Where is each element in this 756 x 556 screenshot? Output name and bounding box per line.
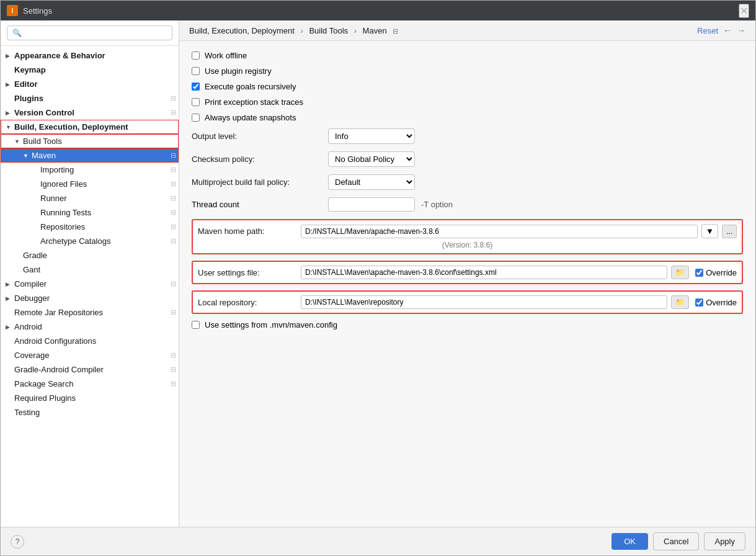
sidebar-item-runner[interactable]: Runner⊟: [1, 191, 179, 205]
sidebar-item-label: Gant: [23, 265, 40, 274]
sidebar-item-testing[interactable]: Testing: [1, 405, 179, 419]
sidebar-item-remote-jar[interactable]: Remote Jar Repositories⊟: [1, 305, 179, 320]
sidebar-item-label: Runner: [40, 194, 67, 203]
nav-forward-button[interactable]: →: [737, 25, 745, 35]
always-update-row: Always update snapshots: [192, 113, 743, 122]
multiproject-select[interactable]: Default Never Always At End Fail At End: [328, 174, 415, 190]
tree-item-arrow: ▶: [6, 53, 14, 59]
sidebar-item-label: Package Search: [14, 379, 73, 388]
user-settings-override-checkbox[interactable]: [695, 269, 703, 277]
main-content: Build, Execution, Deployment › Build Too…: [179, 20, 755, 527]
sidebar-item-label: Version Control: [14, 108, 74, 117]
sidebar-item-android[interactable]: ▶Android: [1, 320, 179, 334]
sidebar-item-gradle-android[interactable]: Gradle-Android Compiler⊟: [1, 362, 179, 377]
sidebar-item-editor[interactable]: ▶Editor: [1, 77, 179, 91]
print-exception-label[interactable]: Print exception stack traces: [205, 97, 303, 107]
sidebar-item-label: Build, Execution, Deployment: [14, 122, 128, 132]
tree-item-arrow: ▼: [6, 124, 14, 130]
breadcrumb-sep-1: ›: [300, 26, 305, 35]
always-update-checkbox[interactable]: [192, 114, 200, 122]
sidebar-item-repositories[interactable]: Repositories⊟: [1, 220, 179, 234]
work-offline-checkbox[interactable]: [192, 52, 200, 60]
local-repo-input[interactable]: [301, 295, 667, 309]
mvn-config-label[interactable]: Use settings from .mvn/maven.config: [205, 320, 337, 330]
sidebar-item-coverage[interactable]: Coverage⊟: [1, 348, 179, 362]
thread-count-input[interactable]: [328, 197, 415, 212]
checksum-policy-control: No Global Policy Fail Warn Ignore: [328, 151, 743, 167]
sidebar-item-label: Coverage: [14, 351, 49, 360]
cancel-button[interactable]: Cancel: [653, 532, 699, 550]
apply-button[interactable]: Apply: [704, 532, 745, 550]
sidebar-item-label: Keymap: [14, 65, 46, 74]
sidebar-item-label: Gradle-Android Compiler: [14, 365, 104, 374]
print-exception-checkbox[interactable]: [192, 98, 200, 106]
window-title: Settings: [23, 6, 52, 16]
local-repo-override-checkbox[interactable]: [695, 298, 703, 307]
local-repo-override-label[interactable]: Override: [706, 298, 737, 307]
reset-button[interactable]: Reset: [697, 26, 718, 35]
local-repo-browse[interactable]: 📁: [671, 295, 689, 309]
sidebar-item-label: Remote Jar Repositories: [14, 308, 103, 317]
output-level-select[interactable]: Info Debug Warn Error: [328, 128, 415, 144]
maven-home-browse[interactable]: ...: [722, 225, 737, 238]
checksum-policy-select[interactable]: No Global Policy Fail Warn Ignore: [328, 151, 415, 167]
sidebar-item-package-search[interactable]: Package Search⊟: [1, 377, 179, 391]
maven-home-dropdown[interactable]: ▼: [701, 224, 718, 238]
local-repo-row: Local repository: 📁 Override: [198, 295, 737, 309]
sidebar-item-label: Android Configurations: [14, 336, 96, 346]
sidebar-item-label: Ignored Files: [40, 179, 87, 189]
breadcrumb-sep-2: ›: [354, 26, 359, 35]
user-settings-row: User settings file: 📁 Override: [198, 266, 737, 279]
mvn-config-checkbox[interactable]: [192, 321, 200, 329]
maven-home-input[interactable]: [301, 225, 698, 238]
breadcrumb-part-2: Build Tools: [309, 26, 348, 35]
sidebar-item-compiler[interactable]: ▶Compiler⊟: [1, 277, 179, 291]
execute-goals-checkbox[interactable]: [192, 83, 200, 91]
sidebar-item-label: Build Tools: [23, 137, 62, 146]
tree-item-arrow: ▼: [23, 153, 32, 159]
settings-icon: ⊟: [171, 151, 176, 159]
always-update-label[interactable]: Always update snapshots: [205, 113, 296, 122]
user-settings-input[interactable]: [301, 266, 667, 279]
help-button[interactable]: ?: [11, 535, 24, 549]
breadcrumb: Build, Execution, Deployment › Build Too…: [189, 26, 398, 35]
sidebar-item-label: Running Tests: [40, 208, 91, 217]
sidebar-item-gradle[interactable]: Gradle: [1, 248, 179, 262]
settings-icon: ⊟: [171, 94, 176, 102]
breadcrumb-part-1: Build, Execution, Deployment: [189, 26, 295, 35]
sidebar-item-android-configs[interactable]: Android Configurations: [1, 334, 179, 348]
execute-goals-label[interactable]: Execute goals recursively: [205, 82, 296, 91]
settings-icon: ⊟: [171, 109, 176, 117]
use-plugin-label[interactable]: Use plugin registry: [205, 66, 272, 76]
nav-back-button[interactable]: ←: [723, 25, 732, 35]
close-button[interactable]: ✕: [739, 4, 749, 18]
sidebar: ▶Appearance & BehaviorKeymap▶EditorPlugi…: [1, 20, 179, 527]
sidebar-item-plugins[interactable]: Plugins⊟: [1, 91, 179, 105]
sidebar-item-required-plugins[interactable]: Required Plugins: [1, 391, 179, 405]
user-settings-browse[interactable]: 📁: [671, 266, 689, 279]
sidebar-item-debugger[interactable]: ▶Debugger: [1, 291, 179, 305]
sidebar-item-maven[interactable]: ▼Maven⊟: [1, 148, 179, 163]
breadcrumb-part-3: Maven: [363, 26, 387, 35]
ok-button[interactable]: OK: [611, 533, 648, 550]
settings-icon: ⊟: [171, 166, 176, 174]
sidebar-item-label: Android: [14, 322, 42, 331]
sidebar-item-gant[interactable]: Gant: [1, 262, 179, 277]
sidebar-item-importing[interactable]: Importing⊟: [1, 163, 179, 177]
sidebar-item-ignored-files[interactable]: Ignored Files⊟: [1, 177, 179, 191]
use-plugin-checkbox[interactable]: [192, 67, 200, 75]
user-settings-override-label[interactable]: Override: [706, 268, 737, 277]
sidebar-item-archetype-catalogs[interactable]: Archetype Catalogs⊟: [1, 234, 179, 248]
user-settings-override-check: Override: [695, 268, 737, 277]
sidebar-item-version-control[interactable]: ▶Version Control⊟: [1, 105, 179, 120]
user-settings-label: User settings file:: [198, 268, 297, 277]
search-input[interactable]: [7, 25, 172, 40]
search-box: [1, 20, 179, 46]
output-level-label: Output level:: [192, 132, 328, 141]
sidebar-item-appearance[interactable]: ▶Appearance & Behavior: [1, 48, 179, 63]
sidebar-item-build-tools[interactable]: ▼Build Tools: [1, 134, 179, 148]
sidebar-item-keymap[interactable]: Keymap: [1, 63, 179, 77]
sidebar-item-build-exec-deploy[interactable]: ▼Build, Execution, Deployment: [1, 120, 179, 134]
work-offline-label[interactable]: Work offline: [205, 51, 247, 60]
sidebar-item-running-tests[interactable]: Running Tests⊟: [1, 205, 179, 220]
